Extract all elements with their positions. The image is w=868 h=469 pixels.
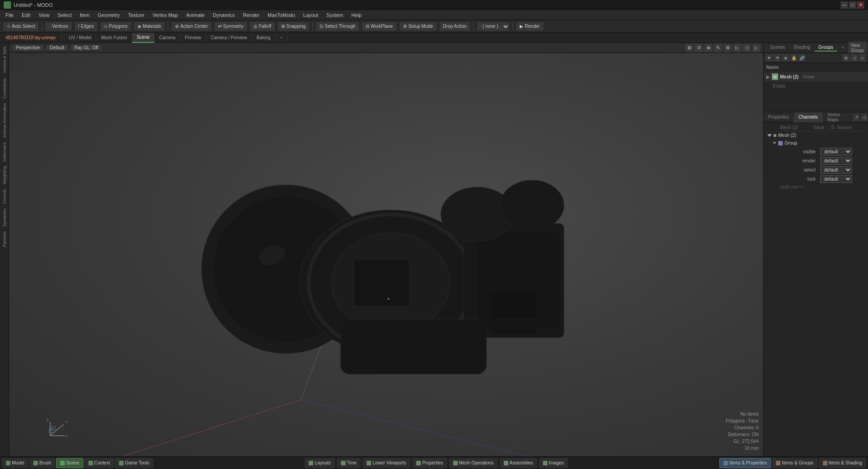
render-button[interactable]: ▶ Render bbox=[516, 21, 544, 31]
prop-select-row[interactable]: select default bbox=[765, 165, 866, 174]
model-button[interactable]: Model bbox=[2, 458, 28, 468]
menu-vertex map[interactable]: Vertex Map bbox=[149, 11, 182, 19]
filter-button[interactable]: ▼ bbox=[765, 54, 773, 62]
action-center-button[interactable]: ⊕ Action Center bbox=[171, 21, 212, 31]
tab-camera[interactable]: Camera bbox=[155, 33, 181, 43]
sidebar-constraints[interactable]: Constraints bbox=[1, 76, 8, 101]
items-properties-button[interactable]: Items & Properties bbox=[719, 458, 771, 468]
items-groups-button[interactable]: Items & Groups bbox=[772, 458, 817, 468]
workplane-button[interactable]: ⊟ WorkPlane bbox=[362, 21, 397, 31]
visible-dropdown[interactable]: default bbox=[820, 148, 852, 156]
game-tools-button[interactable]: Game Tools bbox=[115, 458, 153, 468]
prop-group-row[interactable]: Group bbox=[765, 139, 866, 147]
pan-viewport-button[interactable]: ✎ bbox=[714, 44, 722, 52]
scenes-tab[interactable]: Scenes bbox=[766, 44, 789, 52]
items-shading-button[interactable]: Items & Shading bbox=[819, 458, 866, 468]
menu-geometry[interactable]: Geometry bbox=[94, 11, 123, 19]
tab-uv-model[interactable]: UV / Model bbox=[64, 33, 96, 43]
shader-button[interactable]: Default bbox=[46, 44, 68, 51]
prev-props-button[interactable]: ◁ bbox=[861, 114, 867, 121]
title-bar-controls[interactable]: — □ ✕ bbox=[841, 1, 864, 9]
lock-btn[interactable]: 🔒 bbox=[790, 54, 797, 62]
setup-mode-button[interactable]: ⚙ Setup Mode bbox=[399, 21, 437, 31]
sidebar-actions-sets[interactable]: Actions & Sets bbox=[1, 45, 8, 75]
images-button[interactable]: Images bbox=[539, 458, 568, 468]
tab-baking[interactable]: Baking bbox=[252, 33, 276, 43]
materials-button[interactable]: ◈ Materials bbox=[134, 21, 165, 31]
sidebar-deformers[interactable]: Deformers bbox=[1, 141, 8, 163]
prop-mesh-row[interactable]: Mesh (2) bbox=[765, 131, 866, 139]
tab-add[interactable]: + bbox=[275, 33, 288, 43]
drop-action-button[interactable]: Drop Action bbox=[439, 21, 471, 31]
shading-tab[interactable]: Shading bbox=[790, 44, 814, 52]
maximize-button[interactable]: □ bbox=[849, 1, 856, 9]
prev-viewport-button[interactable]: ◁ bbox=[743, 44, 751, 52]
tab-mesh-fusion[interactable]: Mesh Fusion bbox=[96, 33, 132, 43]
layouts-button[interactable]: Layouts bbox=[305, 458, 335, 468]
lock-dropdown[interactable]: default bbox=[820, 175, 852, 183]
settings-viewport-button[interactable]: ⚙ bbox=[723, 44, 732, 52]
properties-button[interactable]: Properties bbox=[412, 458, 447, 468]
scene-button[interactable]: Scene bbox=[56, 458, 83, 468]
groups-mesh-item[interactable]: ▶ M Mesh (2) Group bbox=[764, 72, 868, 82]
new-group-button[interactable]: New Group bbox=[848, 42, 867, 54]
tab-scene[interactable]: Scene bbox=[132, 33, 155, 43]
render-btn[interactable]: ◈ bbox=[782, 54, 789, 62]
play-viewport-button[interactable]: ▷ bbox=[733, 44, 741, 52]
menu-animate[interactable]: Animate bbox=[182, 11, 208, 19]
groups-tab[interactable]: Groups bbox=[815, 44, 837, 52]
sidebar-particles[interactable]: Particles bbox=[1, 229, 8, 249]
menu-select[interactable]: Select bbox=[54, 11, 75, 19]
menu-render[interactable]: Render bbox=[239, 11, 263, 19]
mesh-expand-triangle[interactable] bbox=[767, 134, 772, 137]
link-btn[interactable]: 🔗 bbox=[798, 54, 806, 62]
context-button[interactable]: Context bbox=[84, 458, 114, 468]
menu-file[interactable]: File bbox=[2, 11, 17, 19]
menu-item[interactable]: Item bbox=[76, 11, 93, 19]
gl-button[interactable]: Ray GL: Off bbox=[70, 44, 103, 51]
menu-system[interactable]: System bbox=[323, 11, 347, 19]
brush-button[interactable]: Brush bbox=[29, 458, 55, 468]
prop-lock-row[interactable]: lock default bbox=[765, 174, 866, 183]
prop-render-row[interactable]: render default bbox=[765, 156, 866, 165]
prev-groups-button[interactable]: ◁ bbox=[851, 54, 858, 62]
sidebar-inverse-kinematics[interactable]: Inverse Kinematics bbox=[1, 101, 8, 140]
lower-viewports-button[interactable]: Lower Viewports bbox=[362, 458, 410, 468]
select-dropdown[interactable]: default bbox=[820, 166, 852, 174]
menu-maxtomodo[interactable]: MaxToModo bbox=[264, 11, 299, 19]
menu-dynamics[interactable]: Dynamics bbox=[209, 11, 238, 19]
expand-props-button[interactable]: ↗ bbox=[853, 114, 859, 121]
prop-add-user-channel[interactable]: (add user c... bbox=[765, 183, 866, 190]
menu-layout[interactable]: Layout bbox=[300, 11, 322, 19]
symmetry-button[interactable]: ⇌ Symmetry bbox=[214, 21, 248, 31]
next-viewport-button[interactable]: ▷ bbox=[752, 44, 760, 52]
falloff-button[interactable]: ◎ Falloff bbox=[249, 21, 275, 31]
perspective-button[interactable]: Perspective bbox=[12, 44, 44, 51]
visibility-eye-button[interactable]: 👁 bbox=[774, 54, 781, 62]
none-dropdown[interactable]: ( none ) bbox=[476, 21, 510, 31]
close-button[interactable]: ✕ bbox=[857, 1, 864, 9]
snapping-button[interactable]: ⊞ Snapping bbox=[277, 21, 310, 31]
select-through-button[interactable]: ⊡ Select Through bbox=[315, 21, 360, 31]
time-button[interactable]: Time bbox=[337, 458, 361, 468]
tab-camera-preview[interactable]: Camera / Preview bbox=[206, 33, 252, 43]
minimize-button[interactable]: — bbox=[841, 1, 848, 9]
auto-select-button[interactable]: ⊹ Auto Select bbox=[3, 21, 39, 31]
next-groups-button[interactable]: ▷ bbox=[859, 54, 866, 62]
prop-tab-properties[interactable]: Properties bbox=[764, 112, 794, 122]
prop-tab-channels[interactable]: Channels bbox=[794, 112, 823, 122]
menu-edit[interactable]: Edit bbox=[18, 11, 34, 19]
menu-help[interactable]: Help bbox=[348, 11, 366, 19]
sidebar-controls[interactable]: Controls bbox=[1, 187, 8, 206]
add-tab[interactable]: + bbox=[838, 44, 848, 52]
expand-viewport-button[interactable]: ⊞ bbox=[685, 44, 693, 52]
render-dropdown[interactable]: default bbox=[820, 157, 852, 165]
prop-visible-row[interactable]: visible default bbox=[765, 147, 866, 156]
sidebar-weighting[interactable]: Weighting bbox=[1, 164, 8, 186]
group-expand-triangle[interactable] bbox=[773, 142, 776, 144]
edges-button[interactable]: / Edges bbox=[74, 21, 98, 31]
mesh-operations-button[interactable]: Mesh Operations bbox=[449, 458, 498, 468]
prop-tab-vertex-maps[interactable]: Vertex Maps bbox=[823, 112, 853, 122]
menu-texture[interactable]: Texture bbox=[124, 11, 148, 19]
sidebar-dynamics[interactable]: Dynamics bbox=[1, 207, 8, 229]
